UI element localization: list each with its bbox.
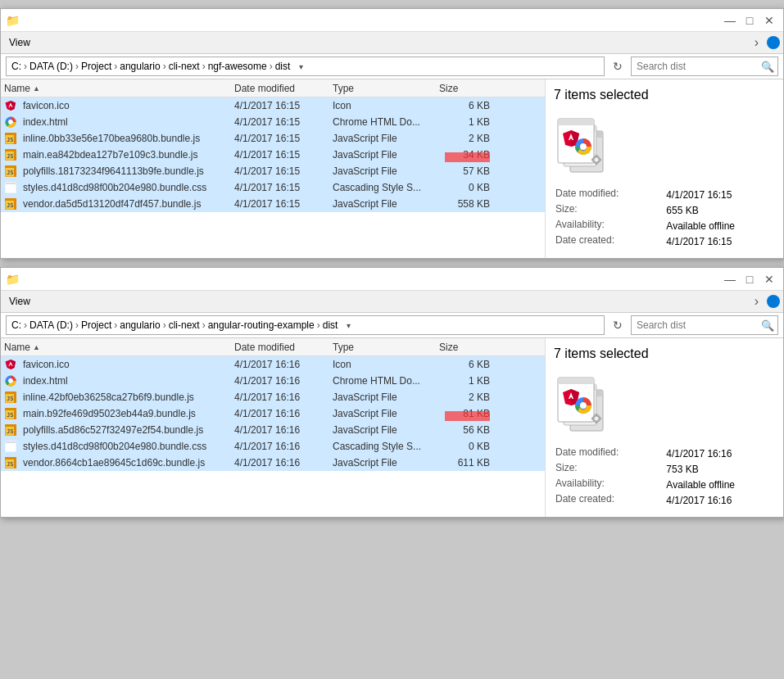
file-name-label: favicon.ico xyxy=(23,100,70,111)
size-value: 81 KB xyxy=(463,408,490,419)
maximize-button-2[interactable]: □ xyxy=(741,270,759,288)
breadcrumb-segment[interactable]: angulario xyxy=(120,319,160,331)
date-modified-value: 4/1/2017 16:16 xyxy=(666,446,773,460)
breadcrumb-segment-last[interactable]: dist xyxy=(323,319,338,331)
search-input-1[interactable] xyxy=(632,61,758,72)
table-row[interactable]: favicon.ico 4/1/2017 16:16 Icon 6 KB xyxy=(1,356,545,373)
size-detail-value: 655 KB xyxy=(666,203,773,217)
size-value: 611 KB xyxy=(458,457,490,469)
breadcrumb-segment[interactable]: C: xyxy=(11,61,21,72)
search-input-2[interactable] xyxy=(632,319,758,331)
col-name-header-2[interactable]: Name ▲ xyxy=(1,342,234,353)
breadcrumb-segment[interactable]: ngf-awesome xyxy=(208,61,267,72)
name-label-2: Name xyxy=(4,342,30,353)
content-area-2: Name ▲ Date modified Type Size favicon.i… xyxy=(1,338,783,517)
size-value: 6 KB xyxy=(469,359,490,370)
file-name-label: main.ea842bdea127b7e109c3.bundle.js xyxy=(23,149,198,161)
file-name-cell: JS inline.42bf0eb36258ca27b6f9.bundle.js xyxy=(1,391,234,404)
col-type-header-1[interactable]: Type xyxy=(333,83,439,94)
table-row[interactable]: favicon.ico 4/1/2017 16:15 Icon 6 KB xyxy=(1,97,545,114)
breadcrumb-1[interactable]: C: › DATA (D:) › Project › angulario › c… xyxy=(6,57,605,76)
col-name-header-1[interactable]: Name ▲ xyxy=(1,83,234,94)
col-size-header-2[interactable]: Size xyxy=(439,342,496,353)
svg-rect-33 xyxy=(558,119,594,125)
view-menu-1[interactable]: View xyxy=(4,35,35,50)
svg-text:JS: JS xyxy=(7,396,13,402)
size-cell: 56 KB xyxy=(439,424,496,436)
file-name-cell: index.html xyxy=(1,374,234,387)
breadcrumb-segment[interactable]: angulario xyxy=(120,61,160,72)
table-row[interactable]: JS main.b92fe469d95023eb44a9.bundle.js 4… xyxy=(1,405,545,422)
view-menu-2[interactable]: View xyxy=(4,294,35,309)
table-row[interactable]: JS inline.0bb33e56e170bea9680b.bundle.js… xyxy=(1,130,545,147)
type-cell: JavaScript File xyxy=(333,149,439,161)
explorer-window-1: 📁 — □ ✕ View › C: › DATA (D:) › Project … xyxy=(0,8,784,259)
breadcrumb-segment-last[interactable]: dist xyxy=(275,61,291,72)
file-name-label: inline.0bb33e56e170bea9680b.bundle.js xyxy=(23,133,200,144)
table-row[interactable]: JS polyfills.18173234f9641113b9fe.bundle… xyxy=(1,163,545,179)
search-icon-1: 🔍 xyxy=(758,57,777,76)
close-button-1[interactable]: ✕ xyxy=(760,11,778,29)
breadcrumb-dropdown-button-1[interactable]: ▾ xyxy=(293,57,308,76)
breadcrumb-separator: › xyxy=(75,61,79,72)
toolbar-chevron-1[interactable]: › xyxy=(750,34,764,52)
maximize-button-1[interactable]: □ xyxy=(741,11,759,29)
breadcrumb-segment[interactable]: C: xyxy=(11,319,21,331)
table-row[interactable]: index.html 4/1/2017 16:16 Chrome HTML Do… xyxy=(1,373,545,389)
breadcrumb-segment[interactable]: Project xyxy=(81,61,111,72)
breadcrumb-separator: › xyxy=(114,319,117,331)
size-value: 34 KB xyxy=(463,149,490,161)
table-row[interactable]: styles.d41d8cd98f00b204e980.bundle.css 4… xyxy=(1,179,545,196)
svg-rect-27 xyxy=(14,198,16,210)
svg-rect-42 xyxy=(596,155,598,157)
table-row[interactable]: index.html 4/1/2017 16:15 Chrome HTML Do… xyxy=(1,114,545,130)
breadcrumb-segment[interactable]: cli-next xyxy=(169,319,200,331)
size-cell: 1 KB xyxy=(439,375,496,387)
file-name-label: index.html xyxy=(23,116,68,128)
svg-text:JS: JS xyxy=(7,412,13,419)
col-size-header-1[interactable]: Size xyxy=(439,83,496,94)
close-button-2[interactable]: ✕ xyxy=(760,270,778,288)
refresh-button-1[interactable]: ↻ xyxy=(608,57,628,76)
breadcrumb-segment[interactable]: Project xyxy=(81,319,111,331)
table-row[interactable]: JS vendor.8664cb1ae89645c1d69c.bundle.js… xyxy=(1,455,545,471)
col-date-header-2[interactable]: Date modified xyxy=(234,342,333,353)
svg-text:JS: JS xyxy=(7,170,13,176)
minimize-button-1[interactable]: — xyxy=(721,11,739,29)
type-cell: JavaScript File xyxy=(333,424,439,436)
breadcrumb-segment[interactable]: angular-routing-example xyxy=(208,319,315,331)
table-row[interactable]: JS polyfills.a5d86c527f32497e2f54.bundle… xyxy=(1,422,545,438)
sort-arrow-1: ▲ xyxy=(33,84,40,93)
svg-rect-79 xyxy=(558,378,594,384)
file-icon xyxy=(4,358,17,371)
breadcrumb-dropdown-button-2[interactable]: ▾ xyxy=(341,315,356,335)
breadcrumb-segment[interactable]: DATA (D:) xyxy=(29,61,73,72)
table-row[interactable]: styles.d41d8cd98f00b204e980.bundle.css 4… xyxy=(1,438,545,455)
breadcrumb-2[interactable]: C: › DATA (D:) › Project › angulario › c… xyxy=(6,315,605,335)
col-type-header-2[interactable]: Type xyxy=(333,342,439,353)
breadcrumb-separator: › xyxy=(163,319,166,331)
size-value: 0 KB xyxy=(469,441,490,452)
breadcrumb-separator: › xyxy=(114,61,117,72)
toolbar-chevron-2[interactable]: › xyxy=(750,292,764,310)
col-date-header-1[interactable]: Date modified xyxy=(234,83,333,94)
breadcrumb-separator: › xyxy=(202,61,206,72)
breadcrumb-separator: › xyxy=(317,319,320,331)
file-name-label: polyfills.a5d86c527f32497e2f54.bundle.js xyxy=(23,424,203,436)
minimize-button-2[interactable]: — xyxy=(721,270,739,288)
file-name-cell: favicon.ico xyxy=(1,99,234,112)
refresh-button-2[interactable]: ↻ xyxy=(608,315,628,335)
breadcrumb-segment[interactable]: cli-next xyxy=(169,61,200,72)
size-cell: 34 KB xyxy=(439,149,496,161)
table-row[interactable]: JS vendor.da5d5d13120df47df457.bundle.js… xyxy=(1,196,545,212)
date-cell: 4/1/2017 16:16 xyxy=(234,375,333,387)
breadcrumb-segment[interactable]: DATA (D:) xyxy=(29,319,73,331)
breadcrumb-separator: › xyxy=(163,61,166,72)
search-box-2: 🔍 xyxy=(631,315,778,335)
table-row[interactable]: JS inline.42bf0eb36258ca27b6f9.bundle.js… xyxy=(1,389,545,405)
file-name-label: vendor.8664cb1ae89645c1d69c.bundle.js xyxy=(23,457,205,469)
table-row[interactable]: JS main.ea842bdea127b7e109c3.bundle.js 4… xyxy=(1,147,545,163)
file-name-cell: styles.d41d8cd98f00b204e980.bundle.css xyxy=(1,440,234,453)
file-icon xyxy=(4,115,17,129)
svg-point-51 xyxy=(9,379,12,383)
